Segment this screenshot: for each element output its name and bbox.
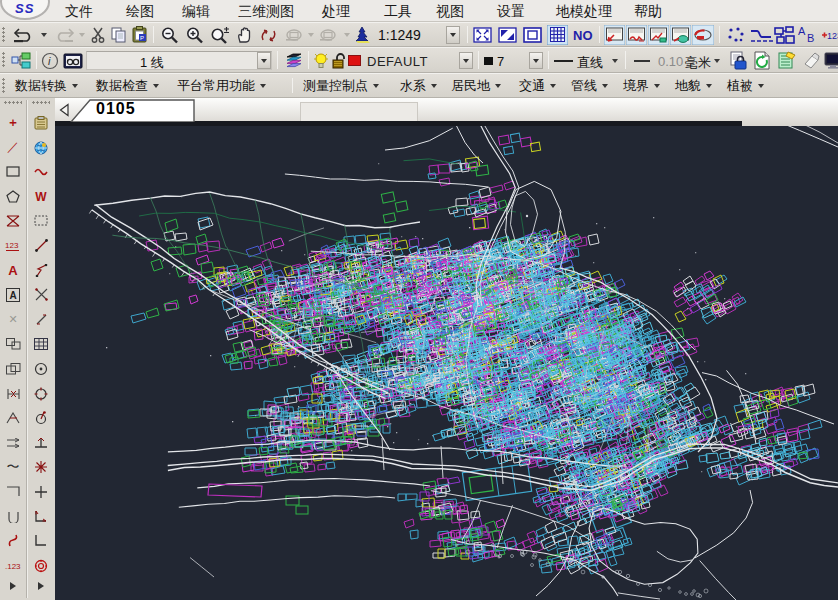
- svg-text:A: A: [798, 25, 806, 37]
- svg-text:i: i: [48, 55, 51, 67]
- svg-text:123: 123: [827, 31, 838, 41]
- svg-text:P: P: [140, 35, 144, 41]
- svg-text:B: B: [807, 32, 814, 44]
- svg-text:123: 123: [5, 241, 19, 250]
- svg-text:NO: NO: [573, 28, 593, 43]
- svg-text:A: A: [10, 290, 17, 301]
- svg-text:.123: .123: [5, 562, 21, 571]
